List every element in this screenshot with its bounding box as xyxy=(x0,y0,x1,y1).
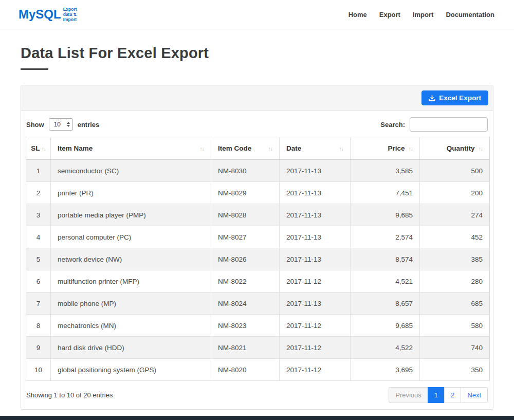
table-cell: 8 xyxy=(26,315,51,337)
table-cell: network device (NW) xyxy=(51,248,211,270)
excel-export-button[interactable]: Excel Export xyxy=(421,90,488,105)
column-header-item-code[interactable]: Item Code↑↓ xyxy=(211,137,280,160)
table-cell: 9,685 xyxy=(351,315,420,337)
length-label-after: entries xyxy=(78,121,100,129)
table-cell: 3,695 xyxy=(351,359,420,381)
page-length-select[interactable]: 10 xyxy=(49,118,73,131)
table-cell: multifunction printer (MFP) xyxy=(51,270,211,293)
table-row: 3portable media player (PMP)NM-80282017-… xyxy=(26,204,490,226)
table-cell: 2017-11-13 xyxy=(280,182,351,204)
table-cell: 2017-11-12 xyxy=(280,359,351,381)
download-icon xyxy=(429,95,435,101)
table-cell: NM-8023 xyxy=(211,315,280,337)
column-header-sl[interactable]: SL↑↓ xyxy=(26,137,51,160)
brand-tagline-mid: data ⇅ xyxy=(63,12,77,17)
panel-heading: Excel Export xyxy=(21,85,493,111)
table-cell: 4 xyxy=(26,226,51,248)
column-label: Price xyxy=(388,144,405,152)
sort-icon: ↑↓ xyxy=(268,145,273,152)
table-cell: 274 xyxy=(420,204,490,226)
data-table: SL↑↓ Item Name↑↓ Item Code↑↓ Date↑↓ xyxy=(26,137,490,381)
table-cell: mobile phone (MP) xyxy=(51,293,211,315)
table-row: 5network device (NW)NM-80262017-11-138,5… xyxy=(26,248,490,270)
table-cell: 2017-11-13 xyxy=(280,226,351,248)
page-length-select-wrap: 10 xyxy=(49,118,73,131)
main-content: Data List For Excel Export Excel E xyxy=(0,29,514,416)
table-header-row: SL↑↓ Item Name↑↓ Item Code↑↓ Date↑↓ xyxy=(26,137,490,160)
pagination-page-2[interactable]: 2 xyxy=(444,387,461,403)
table-cell: NM-8029 xyxy=(211,182,280,204)
column-label: Quantity xyxy=(447,144,475,152)
table-cell: NM-8021 xyxy=(211,337,280,359)
search-control: Search: xyxy=(380,117,488,132)
table-cell: 500 xyxy=(420,160,490,182)
table-info: Showing 1 to 10 of 20 entries xyxy=(26,391,113,399)
table-cell: personal computer (PC) xyxy=(51,226,211,248)
brand-tagline: Export data ⇅ Import xyxy=(63,7,77,23)
table-cell: 9 xyxy=(26,337,51,359)
nav-link-home[interactable]: Home xyxy=(348,11,367,19)
page-length-control: Show 10 entries xyxy=(26,118,99,131)
column-header-price[interactable]: Price↑↓ xyxy=(351,137,420,160)
column-label: SL xyxy=(31,144,40,152)
table-cell: 280 xyxy=(420,270,490,293)
column-header-date[interactable]: Date↑↓ xyxy=(280,137,351,160)
brand-tagline-mid-text: data xyxy=(63,12,72,17)
table-cell: 3,585 xyxy=(351,160,420,182)
column-header-quantity[interactable]: Quantity↑↓ xyxy=(420,137,490,160)
table-cell: global positioning system (GPS) xyxy=(51,359,211,381)
search-label: Search: xyxy=(380,121,405,129)
table-cell: 385 xyxy=(420,248,490,270)
table-cell: 2017-11-12 xyxy=(280,270,351,293)
table-row: 8mechatronics (MN)NM-80232017-11-129,685… xyxy=(26,315,490,337)
table-cell: 4,521 xyxy=(351,270,420,293)
table-cell: 6 xyxy=(26,270,51,293)
table-cell: 9,685 xyxy=(351,204,420,226)
brand-logo-text: MySQL xyxy=(19,7,61,22)
excel-export-label: Excel Export xyxy=(439,94,481,102)
table-cell: 2017-11-13 xyxy=(280,248,351,270)
column-label: Date xyxy=(286,144,301,152)
nav-link-documentation[interactable]: Documentation xyxy=(446,11,494,19)
table-cell: NM-8020 xyxy=(211,359,280,381)
table-cell: 7 xyxy=(26,293,51,315)
table-header: SL↑↓ Item Name↑↓ Item Code↑↓ Date↑↓ xyxy=(26,137,490,160)
table-row: 4personal computer (PC)NM-80272017-11-13… xyxy=(26,226,490,248)
column-label: Item Name xyxy=(58,144,93,152)
sort-icon: ↑↓ xyxy=(409,145,413,152)
table-row: 1semiconductor (SC)NM-80302017-11-133,58… xyxy=(26,160,490,182)
table-cell: 2 xyxy=(26,182,51,204)
title-underline xyxy=(21,68,48,70)
column-header-item-name[interactable]: Item Name↑↓ xyxy=(51,137,211,160)
table-cell: NM-8027 xyxy=(211,226,280,248)
navbar: MySQL Export data ⇅ Import Home Export I… xyxy=(0,0,514,29)
table-cell: 2,574 xyxy=(351,226,420,248)
table-cell: 200 xyxy=(420,182,490,204)
table-footer: Showing 1 to 10 of 20 entries Previous 1… xyxy=(26,381,488,404)
table-cell: 740 xyxy=(420,337,490,359)
page-title: Data List For Excel Export xyxy=(21,45,493,62)
table-body: 1semiconductor (SC)NM-80302017-11-133,58… xyxy=(26,160,490,381)
search-input[interactable] xyxy=(410,117,488,132)
pagination-page-1[interactable]: 1 xyxy=(428,387,445,403)
table-cell: 10 xyxy=(26,359,51,381)
table-cell: printer (PR) xyxy=(51,182,211,204)
table-cell: NM-8030 xyxy=(211,160,280,182)
table-row: 7mobile phone (MP)NM-80242017-11-138,657… xyxy=(26,293,490,315)
brand-logo[interactable]: MySQL Export data ⇅ Import xyxy=(19,7,77,23)
table-cell: 2017-11-13 xyxy=(280,204,351,226)
nav-link-export[interactable]: Export xyxy=(379,11,400,19)
table-cell: NM-8022 xyxy=(211,270,280,293)
pagination-next[interactable]: Next xyxy=(461,387,488,403)
table-row: 10global positioning system (GPS)NM-8020… xyxy=(26,359,490,381)
table-cell: 452 xyxy=(420,226,490,248)
table-cell: hard disk drive (HDD) xyxy=(51,337,211,359)
pagination-previous[interactable]: Previous xyxy=(389,387,428,403)
table-row: 2printer (PR)NM-80292017-11-137,451200 xyxy=(26,182,490,204)
table-cell: 8,657 xyxy=(351,293,420,315)
nav-link-import[interactable]: Import xyxy=(413,11,433,19)
table-cell: 685 xyxy=(420,293,490,315)
panel-body: Show 10 entries Search: xyxy=(21,111,493,409)
table-controls: Show 10 entries Search: xyxy=(26,116,488,137)
table-cell: portable media player (PMP) xyxy=(51,204,211,226)
